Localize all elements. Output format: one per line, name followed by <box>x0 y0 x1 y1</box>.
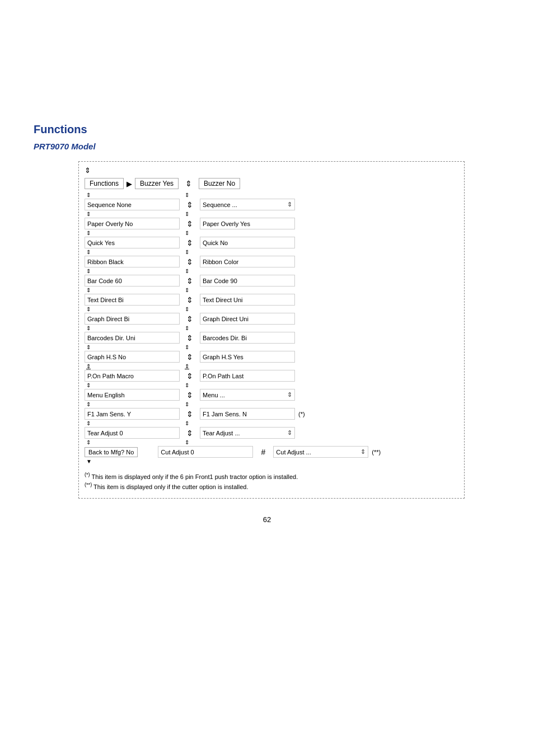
top-symbol: ⇕ <box>85 166 458 175</box>
row-5: Text Direct Bi ⇕ Text Direct Uni <box>85 294 458 306</box>
switch-3: ⇕ <box>180 256 200 267</box>
footnotes: (*) This item is displayed only if the 6… <box>85 472 458 490</box>
row-4: Bar Code 60 ⇕ Bar Code 90 <box>85 275 458 287</box>
cell-tear-adjust-dots: Tear Adjust ... ⇕ <box>200 427 295 439</box>
spacer-10: ⇕ ⇕ <box>85 382 458 389</box>
row-2: Quick Yes ⇕ Quick No <box>85 237 458 248</box>
cell-graph-hs-yes: Graph H.S Yes <box>200 351 295 363</box>
row-12: Tear Adjust 0 ⇕ Tear Adjust ... ⇕ <box>85 427 458 439</box>
switch-11: ⇕ <box>180 410 200 419</box>
spacer-5: ⇕ ⇕ <box>85 287 458 294</box>
spacer-0: ⇕ ⇕ <box>85 191 458 199</box>
cell-menu-dots: Menu ... ⇕ <box>200 389 295 401</box>
spacer-11: ⇕ ⇕ <box>85 401 458 408</box>
switch-8: ⇕ <box>180 351 200 363</box>
cell-menu-english: Menu English <box>85 389 180 401</box>
cell-ribbon-color: Ribbon Color <box>200 256 295 267</box>
row-0: Sequence None ⇕ Sequence ... ⇕ <box>85 199 458 210</box>
row-11: F1 Jam Sens. Y ⇕ F1 Jam Sens. N (*) <box>85 408 458 420</box>
header-switch: ⇕ <box>179 179 199 188</box>
switch-1: ⇕ <box>180 218 200 229</box>
footnote-1-marker: (*) This item is displayed only if the 6… <box>85 473 298 480</box>
switch-0: ⇕ <box>180 199 200 210</box>
switch-5: ⇕ <box>180 294 200 306</box>
switch-6: ⇕ <box>180 313 200 325</box>
functions-box: Functions <box>85 178 124 189</box>
page-container: Functions PRT9070 Model ⇕ Functions ▶ Bu… <box>0 0 534 756</box>
footnote-2: (**) This item is displayed only if the … <box>85 482 458 491</box>
spacer-bottom: ▼ <box>85 458 458 465</box>
note-star: (*) <box>298 411 305 417</box>
cell-sequence-none: Sequence None <box>85 199 180 210</box>
cell-barcode-90: Bar Code 90 <box>200 275 295 287</box>
buzzer-no-item: Buzzer No <box>199 178 240 189</box>
header-row: Functions ▶ Buzzer Yes ⇕ Buzzer No <box>85 178 458 189</box>
spacer-1: ⇕ ⇕ <box>85 210 458 218</box>
spacer-4: ⇕ ⇕ <box>85 267 458 275</box>
cell-barcodes-dir-uni: Barcodes Dir. Uni <box>85 332 180 344</box>
spacer-2: ⇕ ⇕ <box>85 229 458 237</box>
cell-quick-no: Quick No <box>200 237 295 248</box>
bottom-area: Back to Mfg? No Cut Adjust 0 # Cut Adjus… <box>85 446 458 458</box>
cell-ribbon-black: Ribbon Black <box>85 256 180 267</box>
cell-graph-direct-bi: Graph Direct Bi <box>85 313 180 325</box>
diagram-box: ⇕ Functions ▶ Buzzer Yes ⇕ Buzzer No ⇕ ⇕… <box>78 161 465 499</box>
items-table: ⇕ ⇕ Sequence None ⇕ Sequence ... ⇕ ⇕ ⇕ <box>85 191 458 439</box>
switch-2: ⇕ <box>180 237 200 248</box>
switch-9: ⇕ <box>180 370 200 382</box>
cell-cut-adjust-0: Cut Adjust 0 <box>158 446 253 458</box>
cell-sequence-dots: Sequence ... ⇕ <box>200 199 295 210</box>
cell-quick-yes: Quick Yes <box>85 237 180 248</box>
row-6: Graph Direct Bi ⇕ Graph Direct Uni <box>85 313 458 325</box>
row-9: P.On Path Macro ⇕ P.On Path Last <box>85 370 458 382</box>
cell-f1-jam-y: F1 Jam Sens. Y <box>85 408 180 420</box>
page-number: 62 <box>34 515 500 524</box>
switch-7: ⇕ <box>180 332 200 344</box>
spacer-8: ⇕ ⇕ <box>85 344 458 351</box>
cell-pon-path-last: P.On Path Last <box>200 370 295 382</box>
footnote-1: (*) This item is displayed only if the 6… <box>85 472 458 480</box>
spacer-7: ⇕ ⇕ <box>85 325 458 332</box>
cell-barcode-60: Bar Code 60 <box>85 275 180 287</box>
footnote-2-marker: (**) This item is displayed only if the … <box>85 483 248 490</box>
cell-f1-jam-n: F1 Jam Sens. N <box>200 408 295 420</box>
row-7: Barcodes Dir. Uni ⇕ Barcodes Dir. Bi <box>85 332 458 344</box>
note-double-star: (**) <box>372 449 381 456</box>
row-1: Paper Overly No ⇕ Paper Overly Yes <box>85 218 458 229</box>
section-title: Functions <box>34 123 500 136</box>
buzzer-yes-item: Buzzer Yes <box>135 178 179 189</box>
cell-barcodes-dir-bi: Barcodes Dir. Bi <box>200 332 295 344</box>
spacer-6: ⇕ ⇕ <box>85 306 458 313</box>
cell-graph-direct-uni: Graph Direct Uni <box>200 313 295 325</box>
header-arrow: ▶ <box>127 180 132 188</box>
row-3: Ribbon Black ⇕ Ribbon Color <box>85 256 458 267</box>
cell-paper-overly-yes: Paper Overly Yes <box>200 218 295 229</box>
spacer-9: ⇕ ⇕ <box>85 363 458 370</box>
switch-12: ⇕ <box>180 427 200 439</box>
spacer-3: ⇕ ⇕ <box>85 248 458 256</box>
row-8: Graph H.S No ⇕ Graph H.S Yes <box>85 351 458 363</box>
switch-4: ⇕ <box>180 275 200 287</box>
cell-text-direct-bi: Text Direct Bi <box>85 294 180 306</box>
spacer-13: ⇕ ⇕ <box>85 439 458 446</box>
model-title: PRT9070 Model <box>34 142 500 151</box>
back-to-mfg-box: Back to Mfg? No <box>85 447 138 457</box>
cell-paper-overly-no: Paper Overly No <box>85 218 180 229</box>
cell-text-direct-uni: Text Direct Uni <box>200 294 295 306</box>
cell-graph-hs-no: Graph H.S No <box>85 351 180 363</box>
switch-cut: # <box>253 448 273 457</box>
switch-10: ⇕ <box>180 389 200 401</box>
cell-cut-adjust-dots: Cut Adjust ... ⇕ <box>273 446 368 458</box>
cell-tear-adjust-0: Tear Adjust 0 <box>85 427 180 439</box>
cell-pon-path-macro: P.On Path Macro <box>85 370 180 382</box>
row-10: Menu English ⇕ Menu ... ⇕ <box>85 389 458 401</box>
spacer-12: ⇕ ⇕ <box>85 420 458 427</box>
